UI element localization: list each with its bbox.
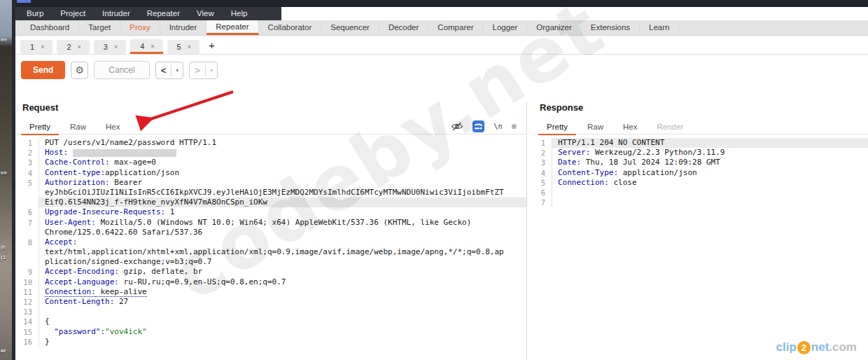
tab-proxy[interactable]: Proxy (120, 20, 160, 35)
menu-project[interactable]: Project (52, 7, 94, 20)
request-panel: Request PrettyRawHex (15, 102, 527, 360)
desktop-wallpaper-strip: eeee(e(1ar (0, 0, 12, 360)
response-editor[interactable]: 1HTTP/1.1 204 NO CONTENT2Server: Werkzeu… (533, 134, 868, 360)
chevron-down-icon[interactable]: ▾ (206, 67, 217, 74)
line-number: 5 (533, 178, 552, 188)
tab-intruder[interactable]: Intruder (160, 20, 207, 35)
tab-dashboard[interactable]: Dashboard (21, 20, 79, 35)
request-tab-hex[interactable]: Hex (96, 120, 130, 134)
line-number: 6 (533, 188, 552, 198)
wallpaper-text-fragment: ee (1, 36, 7, 43)
code-line: 15 "password":"vov4ick" (15, 327, 526, 337)
repeater-tab-1[interactable]: 1× (20, 40, 52, 54)
menu-help[interactable]: Help (223, 7, 256, 20)
line-number (15, 257, 39, 267)
repeater-tab-3[interactable]: 3× (94, 40, 126, 54)
line-text: Host: (39, 148, 526, 158)
close-icon[interactable]: × (41, 43, 44, 50)
tab-target[interactable]: Target (79, 20, 120, 35)
repeater-tab-4[interactable]: 4× (130, 39, 162, 54)
tab-sequencer[interactable]: Sequencer (321, 20, 379, 35)
back-button[interactable]: < ▾ (155, 62, 184, 79)
show-newlines-icon[interactable]: \n (493, 123, 502, 130)
close-icon[interactable]: × (78, 43, 81, 50)
code-line: 7User-Agent: Mozilla/5.0 (Windows NT 10.… (15, 218, 526, 228)
close-icon[interactable]: × (150, 43, 154, 50)
code-line: Chrome/125.0.6422.60 Safari/537.36 (15, 228, 526, 237)
search-highlight-icon[interactable] (472, 120, 484, 132)
forward-button[interactable]: > ▾ (189, 62, 218, 79)
repeater-toolbar: Send ⚙ Cancel < ▾ > ▾ (15, 57, 868, 83)
code-line: 9Accept-Encoding: gzip, deflate, br (15, 267, 526, 277)
line-text: Accept-Encoding: gzip, deflate, br (39, 267, 526, 277)
line-text: EifQ.6l54NN23j_f-fH9tkne_nvyXfN4V7mA8OnC… (39, 198, 526, 207)
redacted-host-value (73, 149, 176, 157)
repeater-tab-bar: 1×2×3×4×5× + (15, 36, 868, 55)
line-number: 13 (15, 307, 39, 317)
line-text: eyJhbGciOiJIUzI1NiIsInR5cCI6IkpXVCJ9.eyJ… (39, 188, 526, 198)
tab-decoder[interactable]: Decoder (379, 20, 428, 35)
tab-repeater[interactable]: Repeater (206, 20, 258, 35)
code-line: 6Upgrade-Insecure-Requests: 1 (15, 207, 526, 217)
menu-view[interactable]: View (188, 7, 223, 20)
editor-menu-icon[interactable]: ≡ (511, 121, 517, 132)
chevron-down-icon[interactable]: ▾ (172, 67, 183, 74)
line-number: 7 (15, 218, 39, 228)
add-tab-button[interactable]: + (209, 39, 215, 51)
line-number: 14 (15, 317, 39, 326)
response-tab-pretty[interactable]: Pretty (537, 120, 578, 134)
menu-repeater[interactable]: Repeater (139, 7, 188, 20)
tab-logger[interactable]: Logger (483, 20, 527, 35)
request-panel-title: Request (22, 102, 526, 113)
code-line: 3Cache-Control: max-age=0 (15, 158, 526, 167)
line-number: 2 (15, 148, 39, 158)
line-text: PUT /users/v1/name2/password HTTP/1.1 (39, 138, 526, 148)
line-text: Content-type:application/json (39, 168, 526, 178)
repeater-tabs: 1×2×3×4×5× (18, 37, 202, 54)
repeater-tab-2[interactable]: 2× (57, 40, 89, 54)
cancel-button[interactable]: Cancel (94, 61, 149, 79)
line-text: plication/signed-exchange;v=b3;q=0.7 (39, 257, 526, 267)
line-number: 12 (15, 297, 39, 307)
response-tab-raw[interactable]: Raw (578, 120, 613, 134)
code-line: 13 (15, 307, 526, 317)
clip2net-two: 2 (797, 341, 811, 354)
response-panel: Response PrettyRawHexRender 1HTTP/1.1 20… (533, 102, 868, 360)
menu-burp[interactable]: Burp (18, 7, 52, 20)
editor-split: Request PrettyRawHex (15, 102, 868, 360)
send-button[interactable]: Send (21, 61, 65, 79)
request-tab-pretty[interactable]: Pretty (20, 120, 60, 134)
tab-comparer[interactable]: Comparer (428, 20, 483, 35)
tab-collaborator[interactable]: Collaborator (259, 20, 322, 35)
close-icon[interactable]: × (188, 43, 191, 50)
repeater-tab-label: 1 (30, 43, 34, 51)
visibility-off-icon[interactable] (451, 121, 463, 132)
line-text: Connection: keep-alive (39, 287, 526, 297)
forward-icon: > (190, 65, 205, 76)
request-tab-raw[interactable]: Raw (60, 120, 96, 134)
title-bar (15, 0, 868, 7)
settings-button[interactable]: ⚙ (71, 62, 88, 79)
repeater-tab-label: 3 (104, 43, 108, 51)
tab-extensions[interactable]: Extensions (582, 20, 640, 35)
close-icon[interactable]: × (114, 43, 118, 50)
response-panel-title: Response (540, 102, 868, 113)
line-text: Server: Werkzeug/2.2.3 Python/3.11.9 (552, 148, 868, 158)
request-editor[interactable]: 1PUT /users/v1/name2/password HTTP/1.12H… (15, 134, 526, 360)
menu-intruder[interactable]: Intruder (94, 7, 139, 20)
line-number: 4 (533, 168, 552, 178)
line-number: 8 (15, 237, 39, 247)
tab-organizer[interactable]: Organizer (527, 20, 582, 35)
line-text: text/html,application/xhtml+xml,applicat… (39, 247, 526, 257)
request-tabstrip: PrettyRawHex (15, 119, 526, 134)
response-tab-hex[interactable]: Hex (613, 120, 647, 134)
line-number (15, 188, 39, 198)
response-tab-render[interactable]: Render (648, 120, 694, 134)
code-line: 4Content-type:application/json (15, 168, 526, 178)
line-number: 9 (15, 267, 39, 277)
line-text: Chrome/125.0.6422.60 Safari/537.36 (39, 228, 526, 237)
repeater-tab-5[interactable]: 5× (167, 40, 200, 54)
code-line: 2Server: Werkzeug/2.2.3 Python/3.11.9 (533, 148, 868, 158)
tab-learn[interactable]: Learn (640, 20, 679, 35)
clip2net-clip: clip (776, 340, 797, 354)
